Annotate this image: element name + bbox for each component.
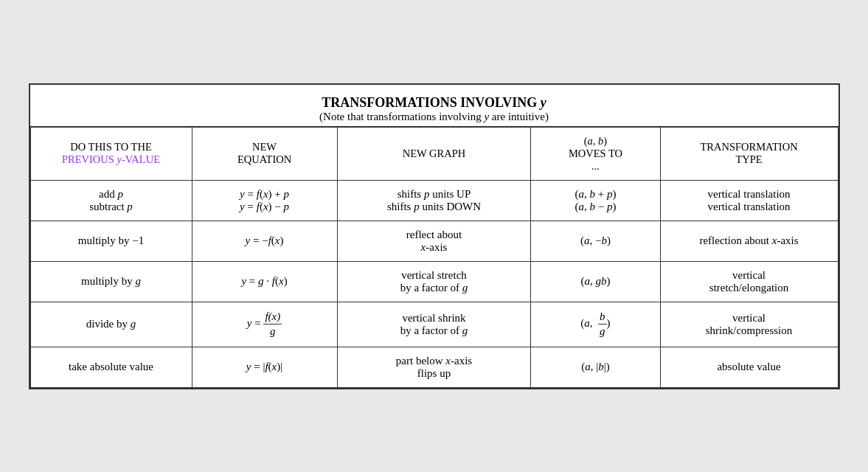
table-row: multiply by g y = g · f(x) vertical stre…: [30, 261, 838, 302]
equation-cell: y = g · f(x): [192, 261, 337, 302]
equation-cell: y = |f(x)|: [192, 347, 337, 387]
moves-cell: (a, gb): [531, 261, 660, 302]
table-row: take absolute value y = |f(x)| part belo…: [30, 347, 838, 387]
table-row: divide by g y = f(x) g vertical shrinkby…: [30, 302, 838, 347]
fraction-display: f(x) g: [263, 310, 282, 339]
action-cell: multiply by −1: [30, 221, 192, 261]
header-row: DO THIS TO THEPREVIOUS y-VALUE NEWEQUATI…: [30, 127, 838, 180]
header-moves: (a, b)MOVES TO...: [531, 127, 660, 180]
graph-cell: shifts p units UPshifts p units DOWN: [337, 180, 531, 221]
moves-cell: (a, |b|): [531, 347, 660, 387]
moves-cell: (a, b + p) (a, b − p): [531, 180, 660, 221]
equation-cell: y = f(x) + p y = f(x) − p: [192, 180, 337, 221]
equation-cell: y = f(x) g: [192, 302, 337, 347]
header-type: TRANSFORMATIONTYPE: [660, 127, 838, 180]
action-cell: add psubtract p: [30, 180, 192, 221]
type-cell: reflection about x-axis: [660, 221, 838, 261]
table-row: add psubtract p y = f(x) + p y = f(x) − …: [30, 180, 838, 221]
sub-title: (Note that transformations involving y a…: [38, 111, 831, 123]
action-cell: divide by g: [30, 302, 192, 347]
moves-cell: (a, −b): [531, 221, 660, 261]
graph-cell: part below x-axisflips up: [337, 347, 531, 387]
table-title-block: TRANSFORMATIONS INVOLVING y (Note that t…: [30, 85, 839, 127]
graph-cell: vertical stretchby a factor of g: [337, 261, 531, 302]
graph-cell: reflect aboutx-axis: [337, 221, 531, 261]
type-cell: verticalstretch/elongation: [660, 261, 838, 302]
type-cell: vertical translationvertical translation: [660, 180, 838, 221]
type-cell: verticalshrink/compression: [660, 302, 838, 347]
main-title: TRANSFORMATIONS INVOLVING y: [38, 95, 831, 111]
header-action: DO THIS TO THEPREVIOUS y-VALUE: [30, 127, 192, 180]
graph-cell: vertical shrinkby a factor of g: [337, 302, 531, 347]
data-table: DO THIS TO THEPREVIOUS y-VALUE NEWEQUATI…: [30, 127, 839, 388]
header-equation: NEWEQUATION: [192, 127, 337, 180]
type-cell: absolute value: [660, 347, 838, 387]
equation-cell: y = −f(x): [192, 221, 337, 261]
action-cell: multiply by g: [30, 261, 192, 302]
action-cell: take absolute value: [30, 347, 192, 387]
fraction-display-moves: b g: [598, 310, 607, 339]
transformations-table: TRANSFORMATIONS INVOLVING y (Note that t…: [29, 83, 840, 389]
header-graph: NEW GRAPH: [337, 127, 531, 180]
moves-cell: (a, b g ): [531, 302, 660, 347]
table-row: multiply by −1 y = −f(x) reflect aboutx-…: [30, 221, 838, 261]
